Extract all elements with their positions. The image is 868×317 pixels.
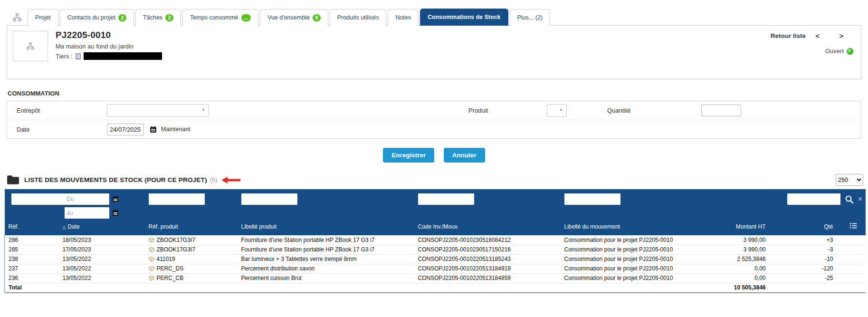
col-settings (837, 221, 866, 235)
table-row[interactable]: 236 13/05/2022 PERC_CB Percement cuisson… (5, 273, 866, 283)
tab-temps-consomme[interactable]: Temps consommé… (182, 9, 258, 26)
back-to-list-link[interactable]: Retour liste (771, 32, 806, 39)
thirdparty-label: Tiers : (56, 53, 73, 60)
movements-list-title: LISTE DES MOUVEMENTS DE STOCK (POUR CE P… (24, 176, 207, 183)
save-button[interactable]: Enregistrer (383, 148, 434, 163)
calendar-icon[interactable] (112, 196, 119, 202)
product-label-filter-input[interactable] (241, 193, 297, 205)
cell-ref: 237 (5, 264, 59, 273)
cell-qty: -3 (770, 245, 837, 254)
cell-empty (837, 235, 866, 245)
tab-bar: Projet Contacts du projet2 Tâches2 Temps… (0, 0, 868, 25)
cell-code: CONSOPJ2205-0010220513184919 (414, 264, 561, 273)
product-cube-icon (149, 237, 154, 243)
tab-contacts[interactable]: Contacts du projet2 (60, 9, 134, 26)
col-product-ref[interactable]: Réf. produit (145, 221, 238, 235)
col-code[interactable]: Code Inv./Mouv. (414, 221, 561, 235)
cell-code: CONSOPJ2205-0010230518084212 (414, 235, 561, 245)
chevron-down-icon: ▼ (559, 108, 563, 112)
col-movement-label[interactable]: Libellé du mouvement (561, 221, 708, 235)
cell-ref: 236 (5, 273, 59, 283)
form-actions: Enregistrer Annuler (0, 148, 868, 163)
ref-filter-input[interactable] (11, 193, 67, 205)
column-select-icon[interactable] (849, 222, 857, 231)
project-identity: PJ2205-0010 Ma maison au fond du jardin … (56, 30, 162, 60)
product-cube-icon (149, 266, 154, 271)
product-select[interactable]: ▼ (547, 104, 567, 117)
cell-ref: 285 (5, 245, 59, 254)
date-input[interactable] (107, 124, 144, 135)
next-record-arrow[interactable]: > (830, 32, 853, 40)
movement-label-filter-input[interactable] (564, 193, 620, 205)
tab-plus[interactable]: Plus... (2) (510, 9, 551, 26)
cell-amount: 3 990,00 (708, 235, 770, 245)
page: Projet Contacts du projet2 Tâches2 Temps… (0, 0, 868, 317)
tab-notes[interactable]: Notes (388, 9, 419, 26)
search-tools: × (708, 193, 866, 205)
warehouse-label: Entrepôt (17, 107, 107, 114)
contacts-count-badge: 2 (118, 14, 126, 21)
cell-code: CONSOPJ2205-0010220513185243 (414, 254, 561, 264)
movements-count: (5) (210, 176, 218, 183)
search-filter-input[interactable] (787, 193, 840, 205)
total-amount: 10 505,3846 (708, 283, 770, 293)
tab-projet[interactable]: Projet (28, 9, 58, 26)
now-link[interactable]: Maintenant (161, 126, 191, 133)
cell-amount: 3 990,00 (708, 245, 770, 254)
cell-amount: 0,00 (708, 264, 770, 273)
cell-empty (837, 264, 866, 273)
cell-qty: +3 (770, 235, 837, 245)
clear-filters-icon[interactable]: × (858, 196, 863, 202)
col-date[interactable]: △Date (59, 221, 145, 235)
tab-taches[interactable]: Tâches2 (135, 9, 181, 26)
calendar-icon[interactable] (112, 210, 119, 216)
col-amount[interactable]: Montant HT (708, 221, 770, 235)
cell-date: 13/05/2022 (59, 273, 145, 283)
red-left-arrow-annotation (221, 177, 240, 183)
tab-produits-utilises[interactable]: Produits utilisés (330, 9, 387, 26)
tab-vue-densemble[interactable]: Vue d'ensemble9 (260, 9, 328, 26)
search-icon[interactable] (845, 195, 854, 204)
cell-product-ref[interactable]: PERC_DS (145, 264, 238, 273)
date-to-input[interactable] (65, 207, 109, 219)
col-product-label[interactable]: Libellé produit (238, 221, 414, 235)
sort-asc-icon: △ (63, 225, 66, 230)
cell-product-ref[interactable]: ZBOOK17G3I7 (145, 235, 238, 245)
table-row[interactable]: 286 18/05/2023 ZBOOK17G3I7 Fourniture d'… (5, 235, 866, 245)
previous-record-arrow[interactable]: < (806, 32, 830, 40)
movements-table: × Réf. △Date Réf. produit Libellé produi… (4, 189, 866, 293)
overview-count-badge: 9 (313, 14, 321, 21)
product-ref-filter-input[interactable] (149, 193, 205, 205)
quantity-label: Quantité (607, 107, 664, 114)
thirdparty-name-redacted[interactable] (84, 52, 162, 60)
code-filter-input[interactable] (418, 193, 474, 205)
cell-product-ref[interactable]: PERC_CB (145, 273, 238, 283)
calendar-icon[interactable] (150, 126, 157, 133)
cell-product-ref[interactable]: 411019 (145, 254, 238, 264)
table-row[interactable]: 238 13/05/2022 411019 Bar lumineux + 3 T… (5, 254, 866, 264)
column-header-row: Réf. △Date Réf. produit Libellé produit … (5, 221, 866, 235)
folder-icon (7, 175, 19, 185)
date-filters (65, 193, 145, 219)
table-row[interactable]: 237 13/05/2022 PERC_DS Percement distrib… (5, 264, 866, 273)
date-label: Date (17, 126, 107, 133)
table-row[interactable]: 285 17/05/2023 ZBOOK17G3I7 Fourniture d'… (5, 245, 866, 254)
product-label: Produit (468, 107, 525, 114)
warehouse-select[interactable]: ▼ (107, 104, 209, 117)
col-ref[interactable]: Réf. (5, 221, 59, 235)
quantity-input[interactable] (701, 105, 741, 116)
cell-empty (837, 254, 866, 264)
tab-consommations-stock[interactable]: Consommations de Stock (420, 9, 508, 26)
cell-qty: -10 (770, 254, 837, 264)
cell-product-ref[interactable]: ZBOOK17G3I7 (145, 245, 238, 254)
list-navigation: Retour liste < > (744, 32, 853, 40)
page-size-select[interactable]: 250 (836, 174, 863, 186)
filter-row: × (5, 189, 866, 221)
project-banner: PJ2205-0010 Ma maison au fond du jardin … (7, 25, 861, 79)
project-sitemap-icon (7, 9, 28, 25)
building-icon (75, 53, 81, 59)
cell-ref: 286 (5, 235, 59, 245)
date-from-input[interactable] (65, 193, 109, 205)
col-qty[interactable]: Qté (770, 221, 837, 235)
cancel-button[interactable]: Annuler (444, 148, 485, 163)
